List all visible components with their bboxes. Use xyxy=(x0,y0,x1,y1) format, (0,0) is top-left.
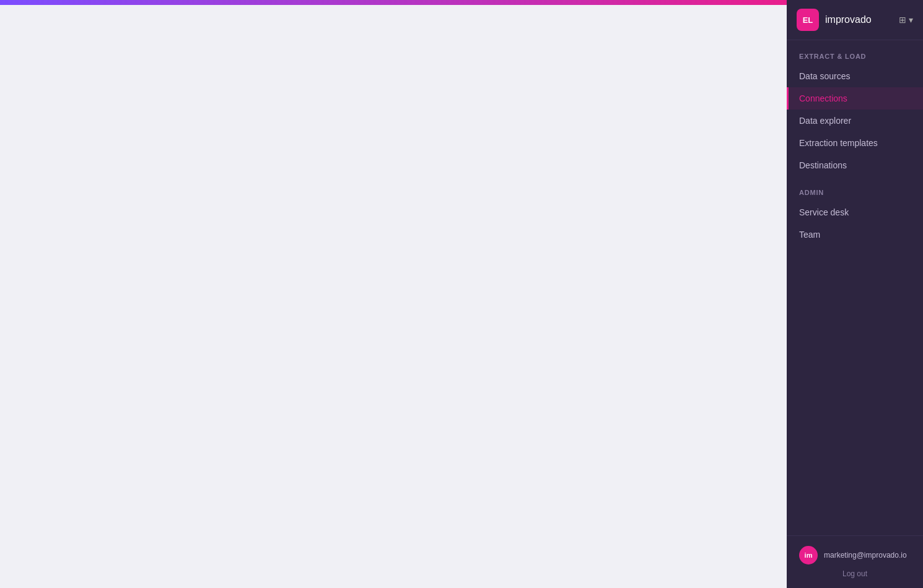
team-label: Team xyxy=(799,230,820,240)
service-desk-label: Service desk xyxy=(799,207,849,217)
logout-button[interactable]: Log out xyxy=(799,569,911,578)
sidebar-item-data-explorer[interactable]: Data explorer xyxy=(787,110,923,132)
sidebar-section-extract: EXTRACT & LOAD Data sources Connections … xyxy=(787,40,923,176)
logo-name: improvado xyxy=(825,14,872,25)
sidebar-item-team[interactable]: Team xyxy=(787,223,923,246)
sidebar-section-admin: ADMIN Service desk Team xyxy=(787,176,923,246)
sidebar-item-data-sources[interactable]: Data sources xyxy=(787,65,923,87)
sidebar-item-service-desk[interactable]: Service desk xyxy=(787,201,923,223)
avatar: im xyxy=(799,546,818,564)
sidebar-item-extraction-templates[interactable]: Extraction templates xyxy=(787,132,923,154)
destinations-label: Destinations xyxy=(799,160,847,170)
user-email: marketing@improvado.io xyxy=(824,551,907,560)
sidebar: EL improvado ⊞ ▾ EXTRACT & LOAD Data sou… xyxy=(787,0,923,588)
sidebar-footer: im marketing@improvado.io Log out xyxy=(787,535,923,588)
data-sources-label: Data sources xyxy=(799,71,850,81)
sidebar-item-destinations[interactable]: Destinations xyxy=(787,154,923,176)
data-explorer-label: Data explorer xyxy=(799,116,851,126)
grid-icon[interactable]: ⊞ ▾ xyxy=(899,15,913,25)
logo-badge: EL xyxy=(797,9,819,31)
user-info: im marketing@improvado.io xyxy=(799,546,911,564)
sidebar-item-connections[interactable]: Connections xyxy=(787,87,923,110)
sidebar-header: EL improvado ⊞ ▾ xyxy=(787,0,923,40)
extract-load-label: EXTRACT & LOAD xyxy=(787,40,923,65)
top-accent-bar xyxy=(0,0,787,5)
admin-label: ADMIN xyxy=(787,176,923,201)
connections-label: Connections xyxy=(799,93,847,103)
extraction-templates-label: Extraction templates xyxy=(799,138,878,148)
